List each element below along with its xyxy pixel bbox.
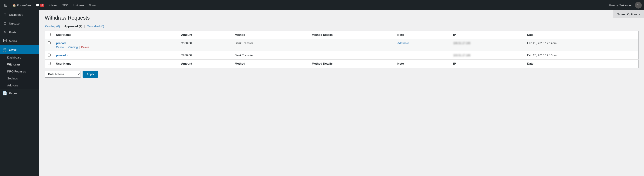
row1-cancel-action[interactable]: Cancel xyxy=(56,46,64,49)
bulk-actions-select[interactable]: Bulk Actions Delete xyxy=(45,71,81,78)
row2-ip: 103.51.17.186 xyxy=(450,51,524,60)
screen-options-chevron-icon: ▼ xyxy=(638,13,640,16)
tab-approved-label: Approved xyxy=(64,24,78,28)
row1-sep1: | xyxy=(66,46,66,49)
row2-checkbox[interactable] xyxy=(48,54,51,56)
row1-add-note-link[interactable]: Add note xyxy=(398,42,409,45)
sidebar-item-dokan-dashboard[interactable]: Dashboard xyxy=(0,54,40,61)
row1-amount: ₹100.00 xyxy=(178,39,232,51)
sidebar-item-media[interactable]: 🎞 Media xyxy=(0,37,40,45)
tab-approved[interactable]: Approved (2) xyxy=(64,24,82,28)
screen-options-button[interactable]: Screen Options ▼ xyxy=(614,10,644,18)
row1-actions: Cancel | Pending | Delete xyxy=(56,46,176,49)
sidebar-item-add-ons[interactable]: Add-ons xyxy=(0,82,40,89)
home-button[interactable]: 🏠 PhoneGee xyxy=(10,3,33,8)
admin-bar: ⊞ 🏠 PhoneGee 💬 0 + New SEO Unicase Dokan… xyxy=(0,0,644,10)
row1-username-link[interactable]: pracadu xyxy=(56,42,68,45)
comment-icon: 💬 xyxy=(36,4,40,7)
submenu-label-settings: Settings xyxy=(7,77,18,80)
row2-username-link[interactable]: prosadu xyxy=(56,54,68,57)
table-row: prosadu ₹280.00 Bank Transfer 103.51.17.… xyxy=(45,51,638,60)
row2-ip-value: 103.51.17.186 xyxy=(453,54,470,57)
apply-button[interactable]: Apply xyxy=(82,71,98,78)
sidebar-item-dashboard[interactable]: ⊞ Dashboard xyxy=(0,10,40,19)
filter-tabs: Pending (0) | Approved (2) | Cancelled (… xyxy=(45,24,638,28)
tab-approved-count: (2) xyxy=(79,24,82,28)
pages-icon: 📄 xyxy=(3,91,7,96)
sidebar-item-dokan[interactable]: 🛒 Dokan xyxy=(0,45,40,54)
tfoot-amount: Amount xyxy=(178,60,232,68)
tab-pending-label: Pending xyxy=(45,24,56,28)
dokan-icon: 🛒 xyxy=(3,48,7,52)
tfoot-ip: IP xyxy=(450,60,524,68)
row1-method-details xyxy=(309,39,395,51)
sidebar-item-settings[interactable]: Settings xyxy=(0,75,40,82)
bulk-actions-bar: Bulk Actions Delete Apply xyxy=(45,71,638,78)
select-all-footer-checkbox[interactable] xyxy=(48,62,51,65)
comment-count: 0 xyxy=(40,4,44,7)
sidebar-item-unicase[interactable]: ⚙ Unicase xyxy=(0,19,40,28)
wp-logo-icon: ⊞ xyxy=(4,3,8,8)
th-amount: Amount xyxy=(178,31,232,39)
submenu-label-withdraw: Withdraw xyxy=(7,63,20,66)
row1-pending-action[interactable]: Pending xyxy=(68,46,78,49)
wp-logo-button[interactable]: ⊞ xyxy=(2,2,9,8)
row2-method-details xyxy=(309,51,395,60)
sidebar: ⊞ Dashboard ⚙ Unicase ✎ Posts 🎞 Media 🛒 … xyxy=(0,10,40,176)
dokan-label: Dokan xyxy=(89,4,98,7)
select-all-checkbox[interactable] xyxy=(48,33,51,36)
row1-delete-action[interactable]: Delete xyxy=(81,46,89,49)
row1-checkbox[interactable] xyxy=(48,42,51,44)
th-note: Note xyxy=(395,31,450,39)
filter-sep-2: | xyxy=(83,24,86,28)
sidebar-item-posts[interactable]: ✎ Posts xyxy=(0,28,40,37)
dokan-menu-item[interactable]: Dokan xyxy=(87,3,99,8)
th-method: Method xyxy=(232,31,309,39)
sidebar-item-pro-features[interactable]: PRO Features xyxy=(0,68,40,75)
new-label: + New xyxy=(49,4,57,7)
seo-menu-item[interactable]: SEO xyxy=(60,3,70,8)
sidebar-item-pages[interactable]: 📄 Pages xyxy=(0,89,40,98)
row2-username-cell: prosadu xyxy=(53,51,178,60)
row2-amount: ₹280.00 xyxy=(178,51,232,60)
tab-cancelled[interactable]: Cancelled (0) xyxy=(87,24,104,28)
th-checkbox xyxy=(45,31,54,39)
sidebar-label-posts: Posts xyxy=(9,30,16,34)
sidebar-label-unicase: Unicase xyxy=(9,22,20,25)
row2-note xyxy=(395,51,450,60)
unicase-label: Unicase xyxy=(73,4,84,7)
tfoot-checkbox xyxy=(45,60,54,68)
th-ip: IP xyxy=(450,31,524,39)
site-name: PhoneGee xyxy=(17,4,31,7)
layout: ⊞ Dashboard ⚙ Unicase ✎ Posts 🎞 Media 🛒 … xyxy=(0,10,644,176)
row2-method: Bank Transfer xyxy=(232,51,309,60)
row1-checkbox-cell xyxy=(45,39,54,51)
tab-cancelled-label: Cancelled xyxy=(87,24,100,28)
submenu-label-dashboard: Dashboard xyxy=(7,56,22,59)
tfoot-method-details: Method Details xyxy=(309,60,395,68)
withdraw-table: User Name Amount Method Method Details N… xyxy=(45,30,638,68)
tfoot-date: Date xyxy=(524,60,638,68)
table-footer-row: User Name Amount Method Method Details N… xyxy=(45,60,638,68)
row1-ip: 106.51.17.195 xyxy=(450,39,524,51)
unicase-menu-item[interactable]: Unicase xyxy=(72,3,86,8)
screen-options-label: Screen Options xyxy=(617,12,637,16)
filter-sep-1: | xyxy=(61,24,63,28)
th-username: User Name xyxy=(53,31,178,39)
user-avatar[interactable]: S xyxy=(635,2,642,8)
row1-method: Bank Transfer xyxy=(232,39,309,51)
comments-button[interactable]: 💬 0 xyxy=(34,3,46,8)
sidebar-item-withdraw[interactable]: Withdraw xyxy=(0,61,40,68)
posts-icon: ✎ xyxy=(3,30,7,34)
tfoot-note: Note xyxy=(395,60,450,68)
media-icon: 🎞 xyxy=(3,39,7,43)
row1-date: Feb 25, 2016 12:14pm xyxy=(524,39,638,51)
row1-ip-value: 106.51.17.195 xyxy=(453,42,470,45)
row1-sep2: | xyxy=(79,46,80,49)
sidebar-label-dashboard: Dashboard xyxy=(9,13,24,16)
avatar-char: S xyxy=(637,4,639,7)
tab-pending[interactable]: Pending (0) xyxy=(45,24,60,28)
sidebar-label-dokan: Dokan xyxy=(9,48,18,51)
new-button[interactable]: + New xyxy=(47,3,59,8)
submenu-label-addons: Add-ons xyxy=(7,84,18,87)
